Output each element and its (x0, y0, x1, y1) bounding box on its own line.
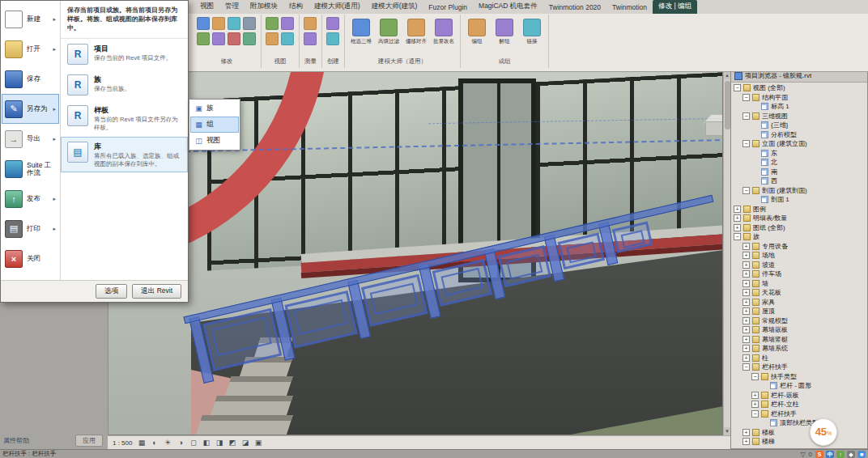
flyout-item-组[interactable]: ▦组 (190, 117, 239, 133)
ime-cn-icon[interactable]: 中 (826, 451, 834, 458)
ribbon-tool-icon[interactable] (326, 17, 339, 30)
ribbon-tab[interactable]: 建模大师(通用) (308, 0, 366, 14)
tree-expander-icon[interactable]: + (751, 392, 759, 399)
properties-help-link[interactable]: 属性帮助 (3, 436, 29, 445)
menu-item-发布[interactable]: ↑发布▸ (2, 184, 59, 214)
tree-expander-icon[interactable]: + (742, 252, 750, 259)
tree-item[interactable]: +幕墙系统 (731, 344, 867, 354)
show-crop-icon[interactable]: ◧ (201, 439, 211, 447)
tree-item[interactable]: 标高 1 (731, 102, 867, 112)
tree-expander-icon[interactable]: + (742, 438, 750, 445)
tree-item[interactable]: +楼板 (731, 428, 867, 438)
ribbon-tab[interactable]: 建模大师(建筑) (366, 0, 423, 14)
ribbon-tool-icon[interactable] (197, 32, 210, 45)
ribbon-tool-icon[interactable] (281, 17, 294, 30)
menu-item-关闭[interactable]: ×关闭 (2, 244, 59, 274)
tree-item[interactable]: +坡道 (731, 261, 867, 270)
tree-item[interactable]: −扶手类型 (731, 372, 867, 382)
ribbon-tool-icon[interactable] (212, 17, 225, 30)
tree-item[interactable]: +柱 (731, 354, 867, 363)
view-scale[interactable]: 1 : 500 (113, 439, 132, 447)
tree-item[interactable]: +天花板 (731, 288, 867, 298)
viewcube[interactable] (705, 114, 723, 135)
ribbon-tool-icon[interactable] (243, 17, 256, 30)
tree-item[interactable]: 顶部扶栏类型 (731, 418, 867, 428)
crop-view-icon[interactable]: ◻ (188, 439, 198, 447)
tray-tool-2-icon[interactable]: ◆ (847, 451, 855, 458)
tree-expander-icon[interactable]: + (742, 326, 750, 333)
menu-item-另存为[interactable]: ✎另存为▸ (2, 94, 59, 124)
tree-expander-icon[interactable]: − (734, 84, 741, 91)
detail-level-icon[interactable]: ▦ (136, 439, 147, 447)
tree-expander-icon[interactable]: − (751, 410, 759, 418)
tree-expander-icon[interactable]: + (734, 224, 741, 231)
tree-expander-icon[interactable]: − (742, 187, 750, 194)
menu-item-打印[interactable]: ▤打印▸ (2, 214, 59, 244)
tree-item[interactable]: +家具 (731, 298, 867, 307)
tree-expander-icon[interactable]: + (742, 354, 750, 362)
ribbon-button[interactable]: 批量改名 (432, 19, 456, 45)
tree-expander-icon[interactable]: + (742, 289, 750, 296)
tree-item[interactable]: −栏杆扶手 (731, 363, 867, 372)
menu-item-保存[interactable]: 保存 (2, 64, 59, 94)
flyout-item-视图[interactable]: ◫视图 (190, 133, 239, 149)
ribbon-tab[interactable]: Twinmotion 2020 (543, 2, 606, 14)
tree-expander-icon[interactable]: + (734, 214, 741, 222)
tree-item[interactable]: +图例 (731, 205, 867, 214)
ribbon-tab-active[interactable]: 修改 | 编组 (653, 0, 697, 14)
sogou-input-icon[interactable]: S (815, 451, 823, 458)
temporary-hide-icon[interactable]: ◨ (214, 439, 224, 447)
tree-item[interactable]: +墙 (731, 279, 867, 289)
tree-expander-icon[interactable]: + (742, 345, 750, 352)
ribbon-button[interactable]: 解组 (492, 19, 517, 45)
menu-item-导出[interactable]: →导出▸ (2, 124, 59, 154)
sun-path-icon[interactable]: ☀ (162, 439, 172, 447)
tree-item[interactable]: +明细表/数量 (731, 214, 867, 223)
tray-tool-3-icon[interactable]: ■ (857, 451, 866, 458)
viewport-scrollbar[interactable]: ▲ ▼ (723, 71, 730, 435)
menu-item-新建[interactable]: 新建▸ (2, 4, 59, 34)
tree-item[interactable]: −视图 (全部) (731, 83, 867, 93)
exit-revit-button[interactable]: 退出 Revit (132, 284, 181, 299)
ribbon-tool-icon[interactable] (326, 32, 339, 45)
ribbon-tool-icon[interactable] (197, 17, 210, 30)
ribbon-tab[interactable]: Fuzor Plugin (423, 2, 473, 14)
save-as-item-样板[interactable]: R样板将当前的 Revit 项目文件另存为样板。 (61, 100, 188, 137)
ribbon-tool-icon[interactable] (266, 17, 279, 30)
menu-item-打开[interactable]: 打开▸ (2, 34, 59, 64)
ribbon-tab[interactable]: 视图 (194, 0, 219, 14)
tree-expander-icon[interactable]: + (742, 317, 750, 324)
tree-item[interactable]: −族 (731, 232, 867, 242)
reveal-hidden-icon[interactable]: ◩ (227, 439, 237, 447)
scroll-up-icon[interactable]: ▲ (724, 71, 730, 79)
ribbon-tab[interactable]: MagiCAD 机电套件 (473, 0, 543, 14)
tree-expander-icon[interactable]: + (742, 307, 750, 315)
tree-item[interactable]: 东 (731, 149, 867, 159)
ribbon-tool-icon[interactable] (212, 32, 225, 45)
apply-button[interactable]: 应用 (75, 435, 103, 447)
ribbon-tab[interactable]: 附加模块 (245, 0, 283, 14)
ribbon-tab[interactable]: 结构 (283, 0, 308, 14)
tree-item[interactable]: +楼梯 (731, 437, 867, 447)
tree-item[interactable]: +幕墙竖梃 (731, 335, 867, 345)
ribbon-tool-icon[interactable] (266, 32, 279, 45)
tree-expander-icon[interactable]: + (742, 429, 750, 436)
tree-expander-icon[interactable]: − (742, 363, 750, 371)
tree-expander-icon[interactable]: + (742, 280, 750, 287)
scrollbar-thumb[interactable] (725, 81, 730, 129)
tree-item[interactable]: +栏杆-嵌板 (731, 391, 867, 401)
tree-expander-icon[interactable]: + (742, 336, 750, 343)
ribbon-tool-icon[interactable] (281, 32, 294, 45)
tree-expander-icon[interactable]: − (742, 94, 750, 101)
tree-item[interactable]: +幕墙嵌板 (731, 325, 867, 335)
tree-expander-icon[interactable]: − (751, 373, 759, 380)
tree-item[interactable]: +栏杆-立柱 (731, 400, 867, 409)
tree-item[interactable]: −三维视图 (731, 112, 867, 121)
save-as-item-项目[interactable]: R项目保存当前的 Revit 项目文件。 (61, 39, 188, 70)
ribbon-button[interactable]: 编组 (465, 19, 489, 45)
tree-expander-icon[interactable]: + (742, 270, 750, 278)
ribbon-tab[interactable]: 管理 (219, 0, 245, 14)
tree-item[interactable]: +常规模型 (731, 316, 867, 326)
ribbon-tab[interactable]: Twinmotion (606, 2, 653, 14)
ribbon-tool-icon[interactable] (228, 17, 240, 30)
